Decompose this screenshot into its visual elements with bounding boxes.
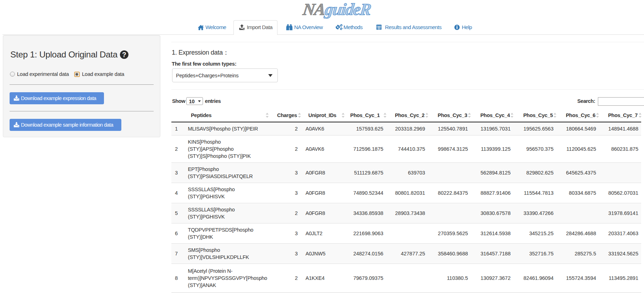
svg-text:NAguideR: NAguideR [302,0,372,18]
